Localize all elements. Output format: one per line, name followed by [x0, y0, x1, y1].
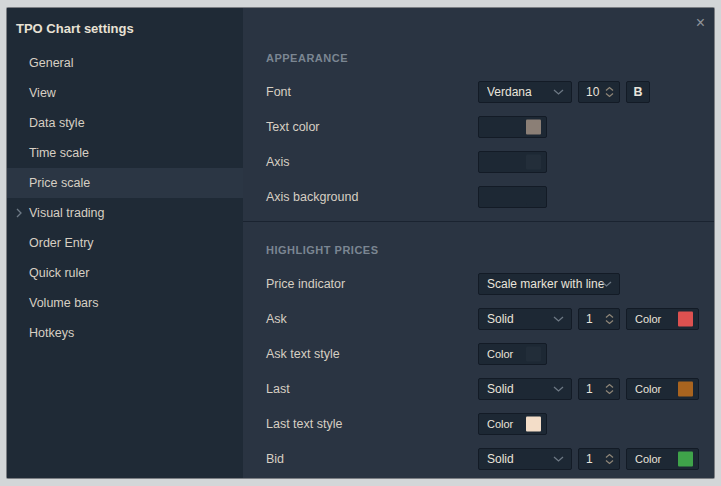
row-label: Text color: [266, 120, 478, 134]
row-label: Axis background: [266, 190, 478, 204]
sidebar-item-volume-bars[interactable]: Volume bars: [7, 288, 243, 318]
sidebar-nav: GeneralViewData styleTime scalePrice sca…: [7, 48, 243, 348]
row-label: Price indicator: [266, 277, 478, 291]
spinner-arrows: [605, 314, 614, 325]
row-label: Ask: [266, 312, 478, 326]
sidebar-item-data-style[interactable]: Data style: [7, 108, 243, 138]
settings-row-text-color: Text color: [266, 116, 700, 138]
last-color-button[interactable]: Color: [626, 378, 699, 400]
settings-row-last-text-style: Last text styleColor: [266, 413, 700, 435]
sidebar-item-order-entry[interactable]: Order Entry: [7, 228, 243, 258]
dropdown-value: Scale marker with line: [487, 277, 604, 291]
row-controls: Solid1Color: [478, 448, 699, 470]
chevron-down-icon: [553, 386, 564, 392]
sidebar-item-quick-ruler[interactable]: Quick ruler: [7, 258, 243, 288]
dropdown-value: Solid: [487, 452, 514, 466]
row-label: Ask text style: [266, 347, 478, 361]
spinner-up-icon[interactable]: [605, 454, 614, 459]
sidebar-item-label: Volume bars: [29, 296, 98, 310]
row-controls: Verdana10B: [478, 81, 650, 103]
chevron-down-icon: [601, 281, 612, 287]
color-swatch: [526, 120, 541, 135]
spinner-down-icon[interactable]: [605, 93, 614, 98]
color-swatch: [678, 382, 693, 397]
settings-row-ask-text-style: Ask text styleColor: [266, 343, 700, 365]
section-header-highlight-prices: HIGHLIGHT PRICES: [266, 244, 700, 258]
sidebar-item-time-scale[interactable]: Time scale: [7, 138, 243, 168]
row-controls: Solid1Color: [478, 378, 699, 400]
color-button-label: Color: [627, 313, 661, 325]
settings-row-axis: Axis: [266, 151, 700, 173]
row-controls: Color: [478, 343, 547, 365]
dropdown-value: Solid: [487, 312, 514, 326]
bid-dropdown[interactable]: Solid: [478, 448, 572, 470]
font-spinner[interactable]: 10: [578, 81, 620, 103]
sidebar-item-label: Quick ruler: [29, 266, 89, 280]
sidebar-item-price-scale[interactable]: Price scale: [7, 168, 243, 198]
chevron-down-icon: [553, 316, 564, 322]
axis-background-color-button[interactable]: [478, 186, 547, 208]
bid-color-button[interactable]: Color: [626, 448, 699, 470]
dropdown-value: Verdana: [487, 85, 532, 99]
chevron-down-icon: [553, 316, 564, 322]
sidebar-item-general[interactable]: General: [7, 48, 243, 78]
price-indicator-dropdown[interactable]: Scale marker with line: [478, 273, 620, 295]
row-controls: [478, 151, 547, 173]
ask-text-style-color-button[interactable]: Color: [478, 343, 547, 365]
row-controls: Solid1Color: [478, 308, 699, 330]
sidebar-item-view[interactable]: View: [7, 78, 243, 108]
settings-row-bid: BidSolid1Color: [266, 448, 700, 470]
sidebar-item-label: Price scale: [29, 176, 90, 190]
row-label: Last: [266, 382, 478, 396]
color-swatch: [526, 190, 541, 205]
chevron-right-icon: [16, 208, 22, 218]
settings-dialog: TPO Chart settings GeneralViewData style…: [7, 8, 714, 478]
color-button-label: Color: [627, 383, 661, 395]
color-button-label: Color: [479, 418, 513, 430]
sidebar: TPO Chart settings GeneralViewData style…: [7, 8, 243, 478]
ask-color-button[interactable]: Color: [626, 308, 699, 330]
color-swatch: [526, 417, 541, 432]
spinner-down-icon[interactable]: [605, 320, 614, 325]
row-label: Bid: [266, 452, 478, 466]
sidebar-item-hotkeys[interactable]: Hotkeys: [7, 318, 243, 348]
chevron-right-icon: [16, 208, 22, 218]
chevron-down-icon: [553, 386, 564, 392]
last-dropdown[interactable]: Solid: [478, 378, 572, 400]
last-text-style-color-button[interactable]: Color: [478, 413, 547, 435]
spinner-value: 1: [586, 452, 593, 466]
chevron-down-icon: [553, 456, 564, 462]
text-color-color-button[interactable]: [478, 116, 547, 138]
spinner-arrows: [605, 454, 614, 465]
row-label: Axis: [266, 155, 478, 169]
section-divider: [243, 221, 714, 222]
ask-spinner[interactable]: 1: [578, 308, 620, 330]
sidebar-item-label: Visual trading: [29, 206, 105, 220]
spinner-up-icon[interactable]: [605, 384, 614, 389]
row-label: Font: [266, 85, 478, 99]
font-dropdown[interactable]: Verdana: [478, 81, 572, 103]
axis-color-button[interactable]: [478, 151, 547, 173]
font-bold-button[interactable]: B: [626, 81, 650, 103]
color-swatch: [526, 155, 541, 170]
close-icon[interactable]: ×: [696, 15, 705, 31]
spinner-down-icon[interactable]: [605, 460, 614, 465]
sidebar-item-visual-trading[interactable]: Visual trading: [7, 198, 243, 228]
bid-spinner[interactable]: 1: [578, 448, 620, 470]
settings-row-font: FontVerdana10B: [266, 81, 700, 103]
row-controls: Color: [478, 413, 547, 435]
spinner-down-icon[interactable]: [605, 390, 614, 395]
ask-dropdown[interactable]: Solid: [478, 308, 572, 330]
sidebar-item-label: View: [29, 86, 56, 100]
spinner-value: 10: [586, 85, 599, 99]
settings-row-price-indicator: Price indicatorScale marker with line: [266, 273, 700, 295]
sidebar-item-label: Time scale: [29, 146, 89, 160]
spinner-arrows: [605, 384, 614, 395]
row-controls: Scale marker with line: [478, 273, 620, 295]
color-button-label: Color: [479, 348, 513, 360]
color-swatch: [678, 312, 693, 327]
spinner-up-icon[interactable]: [605, 87, 614, 92]
spinner-up-icon[interactable]: [605, 314, 614, 319]
last-spinner[interactable]: 1: [578, 378, 620, 400]
spinner-value: 1: [586, 382, 593, 396]
